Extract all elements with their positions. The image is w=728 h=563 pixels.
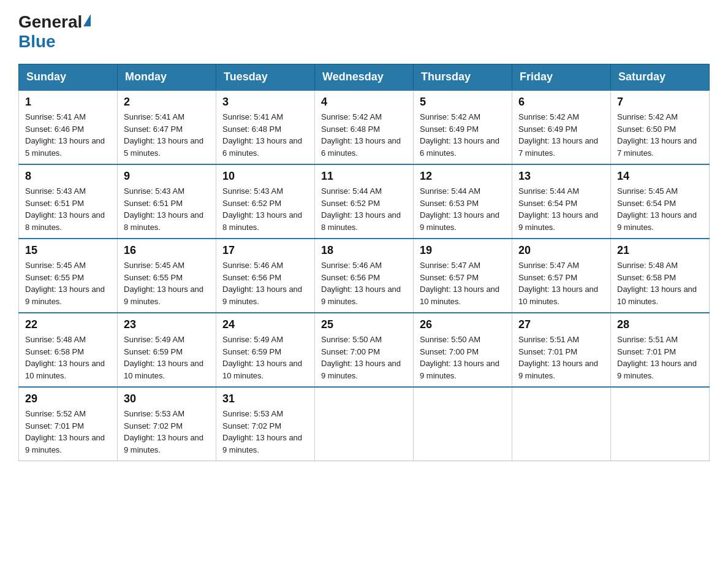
calendar-cell: 15 Sunrise: 5:45 AMSunset: 6:55 PMDaylig… [19, 239, 118, 313]
calendar-cell: 20 Sunrise: 5:47 AMSunset: 6:57 PMDaylig… [512, 239, 611, 313]
calendar-cell: 6 Sunrise: 5:42 AMSunset: 6:49 PMDayligh… [512, 90, 611, 164]
day-number: 23 [124, 318, 210, 331]
calendar-cell: 28 Sunrise: 5:51 AMSunset: 7:01 PMDaylig… [611, 313, 710, 387]
week-row-5: 29 Sunrise: 5:52 AMSunset: 7:01 PMDaylig… [19, 387, 710, 461]
calendar-cell: 21 Sunrise: 5:48 AMSunset: 6:58 PMDaylig… [611, 239, 710, 313]
calendar-cell [414, 387, 512, 461]
weekday-header-sunday: Sunday [19, 64, 118, 91]
day-info: Sunrise: 5:44 AMSunset: 6:54 PMDaylight:… [518, 186, 598, 232]
logo-triangle-icon [83, 14, 91, 26]
day-info: Sunrise: 5:50 AMSunset: 7:00 PMDaylight:… [321, 335, 401, 380]
calendar-cell: 31 Sunrise: 5:53 AMSunset: 7:02 PMDaylig… [216, 387, 315, 461]
day-number: 15 [25, 244, 111, 257]
day-number: 22 [25, 318, 111, 331]
day-info: Sunrise: 5:47 AMSunset: 6:57 PMDaylight:… [420, 261, 499, 306]
weekday-header-tuesday: Tuesday [216, 64, 315, 91]
day-info: Sunrise: 5:41 AMSunset: 6:48 PMDaylight:… [222, 112, 302, 158]
day-number: 18 [321, 244, 407, 257]
calendar-cell: 24 Sunrise: 5:49 AMSunset: 6:59 PMDaylig… [216, 313, 315, 387]
calendar-cell: 17 Sunrise: 5:46 AMSunset: 6:56 PMDaylig… [216, 239, 315, 313]
day-number: 2 [124, 96, 210, 109]
calendar-cell: 23 Sunrise: 5:49 AMSunset: 6:59 PMDaylig… [118, 313, 216, 387]
calendar-cell: 4 Sunrise: 5:42 AMSunset: 6:48 PMDayligh… [315, 90, 414, 164]
day-info: Sunrise: 5:53 AMSunset: 7:02 PMDaylight:… [124, 409, 203, 454]
day-info: Sunrise: 5:50 AMSunset: 7:00 PMDaylight:… [420, 335, 499, 380]
day-number: 14 [617, 170, 703, 183]
calendar-cell: 30 Sunrise: 5:53 AMSunset: 7:02 PMDaylig… [118, 387, 216, 461]
calendar-cell: 12 Sunrise: 5:44 AMSunset: 6:53 PMDaylig… [414, 164, 512, 239]
day-number: 20 [518, 244, 604, 257]
calendar-cell: 1 Sunrise: 5:41 AMSunset: 6:46 PMDayligh… [19, 90, 118, 164]
weekday-header-thursday: Thursday [414, 64, 512, 91]
week-row-1: 1 Sunrise: 5:41 AMSunset: 6:46 PMDayligh… [19, 90, 710, 164]
page-header: General Blue [18, 12, 710, 52]
day-info: Sunrise: 5:48 AMSunset: 6:58 PMDaylight:… [617, 261, 697, 306]
day-info: Sunrise: 5:46 AMSunset: 6:56 PMDaylight:… [222, 261, 302, 306]
weekday-header-row: SundayMondayTuesdayWednesdayThursdayFrid… [19, 64, 710, 91]
calendar-table: SundayMondayTuesdayWednesdayThursdayFrid… [18, 64, 710, 461]
calendar-cell: 26 Sunrise: 5:50 AMSunset: 7:00 PMDaylig… [414, 313, 512, 387]
day-number: 9 [124, 170, 210, 183]
calendar-cell: 13 Sunrise: 5:44 AMSunset: 6:54 PMDaylig… [512, 164, 611, 239]
calendar-cell: 10 Sunrise: 5:43 AMSunset: 6:52 PMDaylig… [216, 164, 315, 239]
day-info: Sunrise: 5:51 AMSunset: 7:01 PMDaylight:… [518, 335, 598, 380]
day-number: 21 [617, 244, 703, 257]
day-number: 7 [617, 96, 703, 109]
day-number: 10 [222, 170, 308, 183]
day-info: Sunrise: 5:53 AMSunset: 7:02 PMDaylight:… [222, 409, 302, 454]
calendar-cell [512, 387, 611, 461]
day-info: Sunrise: 5:43 AMSunset: 6:51 PMDaylight:… [25, 186, 105, 232]
weekday-header-saturday: Saturday [611, 64, 710, 91]
calendar-cell: 16 Sunrise: 5:45 AMSunset: 6:55 PMDaylig… [118, 239, 216, 313]
day-info: Sunrise: 5:49 AMSunset: 6:59 PMDaylight:… [124, 335, 203, 380]
logo: General Blue [18, 12, 92, 52]
week-row-2: 8 Sunrise: 5:43 AMSunset: 6:51 PMDayligh… [19, 164, 710, 239]
day-number: 29 [25, 393, 111, 405]
calendar-cell: 2 Sunrise: 5:41 AMSunset: 6:47 PMDayligh… [118, 90, 216, 164]
day-number: 30 [124, 393, 210, 405]
week-row-3: 15 Sunrise: 5:45 AMSunset: 6:55 PMDaylig… [19, 239, 710, 313]
day-number: 24 [222, 318, 308, 331]
calendar-cell: 27 Sunrise: 5:51 AMSunset: 7:01 PMDaylig… [512, 313, 611, 387]
day-number: 6 [518, 96, 604, 109]
day-info: Sunrise: 5:42 AMSunset: 6:49 PMDaylight:… [420, 112, 499, 158]
day-info: Sunrise: 5:42 AMSunset: 6:49 PMDaylight:… [518, 112, 598, 158]
calendar-cell: 5 Sunrise: 5:42 AMSunset: 6:49 PMDayligh… [414, 90, 512, 164]
day-number: 8 [25, 170, 111, 183]
calendar-cell: 7 Sunrise: 5:42 AMSunset: 6:50 PMDayligh… [611, 90, 710, 164]
day-number: 12 [420, 170, 506, 183]
day-info: Sunrise: 5:46 AMSunset: 6:56 PMDaylight:… [321, 261, 401, 306]
day-number: 25 [321, 318, 407, 331]
calendar-cell: 3 Sunrise: 5:41 AMSunset: 6:48 PMDayligh… [216, 90, 315, 164]
weekday-header-monday: Monday [118, 64, 216, 91]
day-number: 17 [222, 244, 308, 257]
day-info: Sunrise: 5:45 AMSunset: 6:55 PMDaylight:… [124, 261, 203, 306]
calendar-cell [315, 387, 414, 461]
calendar-cell: 18 Sunrise: 5:46 AMSunset: 6:56 PMDaylig… [315, 239, 414, 313]
day-info: Sunrise: 5:44 AMSunset: 6:53 PMDaylight:… [420, 186, 499, 232]
day-info: Sunrise: 5:45 AMSunset: 6:54 PMDaylight:… [617, 186, 697, 232]
day-number: 26 [420, 318, 506, 331]
day-info: Sunrise: 5:52 AMSunset: 7:01 PMDaylight:… [25, 409, 105, 454]
day-number: 31 [222, 393, 308, 405]
calendar-cell: 25 Sunrise: 5:50 AMSunset: 7:00 PMDaylig… [315, 313, 414, 387]
day-number: 5 [420, 96, 506, 109]
weekday-header-wednesday: Wednesday [315, 64, 414, 91]
calendar-cell [611, 387, 710, 461]
day-info: Sunrise: 5:45 AMSunset: 6:55 PMDaylight:… [25, 261, 105, 306]
weekday-header-friday: Friday [512, 64, 611, 91]
day-info: Sunrise: 5:43 AMSunset: 6:51 PMDaylight:… [124, 186, 203, 232]
day-number: 13 [518, 170, 604, 183]
logo-blue-text: Blue [18, 32, 56, 51]
calendar-cell: 19 Sunrise: 5:47 AMSunset: 6:57 PMDaylig… [414, 239, 512, 313]
calendar-cell: 22 Sunrise: 5:48 AMSunset: 6:58 PMDaylig… [19, 313, 118, 387]
calendar-cell: 29 Sunrise: 5:52 AMSunset: 7:01 PMDaylig… [19, 387, 118, 461]
day-info: Sunrise: 5:44 AMSunset: 6:52 PMDaylight:… [321, 186, 401, 232]
day-info: Sunrise: 5:42 AMSunset: 6:48 PMDaylight:… [321, 112, 401, 158]
day-number: 4 [321, 96, 407, 109]
day-number: 11 [321, 170, 407, 183]
day-info: Sunrise: 5:42 AMSunset: 6:50 PMDaylight:… [617, 112, 697, 158]
day-info: Sunrise: 5:43 AMSunset: 6:52 PMDaylight:… [222, 186, 302, 232]
calendar-cell: 9 Sunrise: 5:43 AMSunset: 6:51 PMDayligh… [118, 164, 216, 239]
calendar-cell: 8 Sunrise: 5:43 AMSunset: 6:51 PMDayligh… [19, 164, 118, 239]
